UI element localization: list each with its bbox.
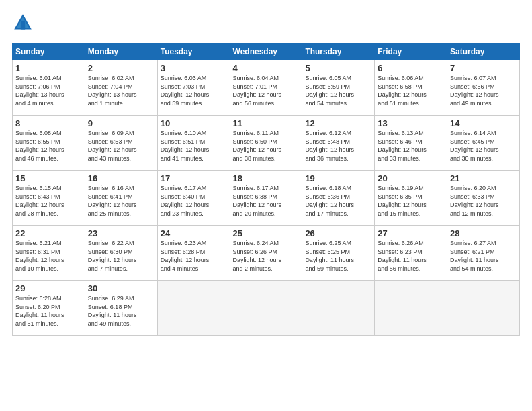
calendar-table: SundayMondayTuesdayWednesdayThursdayFrid… — [12, 43, 520, 336]
day-info: Sunrise: 6:21 AM Sunset: 6:31 PM Dayligh… — [15, 239, 82, 273]
calendar-cell: 7Sunrise: 6:07 AM Sunset: 6:56 PM Daylig… — [447, 60, 520, 116]
day-number: 30 — [88, 283, 154, 293]
calendar-weekday: Saturday — [447, 44, 520, 60]
calendar-cell — [157, 281, 230, 336]
day-number: 6 — [378, 63, 444, 73]
calendar-cell: 11Sunrise: 6:11 AM Sunset: 6:50 PM Dayli… — [230, 116, 302, 171]
day-info: Sunrise: 6:28 AM Sunset: 6:20 PM Dayligh… — [15, 294, 82, 328]
day-info: Sunrise: 6:04 AM Sunset: 7:01 PM Dayligh… — [233, 74, 300, 107]
calendar-cell: 20Sunrise: 6:19 AM Sunset: 6:35 PM Dayli… — [375, 171, 447, 226]
calendar-cell: 29Sunrise: 6:28 AM Sunset: 6:20 PM Dayli… — [13, 281, 85, 336]
day-number: 22 — [15, 228, 82, 238]
calendar-cell: 2Sunrise: 6:02 AM Sunset: 7:04 PM Daylig… — [85, 60, 157, 116]
day-info: Sunrise: 6:11 AM Sunset: 6:50 PM Dayligh… — [233, 129, 300, 163]
day-info: Sunrise: 6:25 AM Sunset: 6:25 PM Dayligh… — [305, 239, 371, 273]
day-info: Sunrise: 6:08 AM Sunset: 6:55 PM Dayligh… — [15, 129, 82, 163]
calendar-weekday: Wednesday — [230, 44, 302, 60]
calendar-cell — [375, 281, 447, 336]
day-number: 7 — [450, 63, 517, 73]
day-info: Sunrise: 6:10 AM Sunset: 6:51 PM Dayligh… — [161, 129, 227, 163]
day-number: 2 — [88, 63, 154, 73]
calendar-cell: 14Sunrise: 6:14 AM Sunset: 6:45 PM Dayli… — [447, 116, 520, 171]
calendar-cell: 17Sunrise: 6:17 AM Sunset: 6:40 PM Dayli… — [157, 171, 230, 226]
calendar-cell: 3Sunrise: 6:03 AM Sunset: 7:03 PM Daylig… — [157, 60, 230, 116]
day-info: Sunrise: 6:24 AM Sunset: 6:26 PM Dayligh… — [233, 239, 300, 273]
calendar-cell: 23Sunrise: 6:22 AM Sunset: 6:30 PM Dayli… — [85, 226, 157, 281]
calendar-cell: 28Sunrise: 6:27 AM Sunset: 6:21 PM Dayli… — [447, 226, 520, 281]
day-number: 27 — [378, 228, 444, 238]
day-number: 9 — [88, 118, 154, 128]
day-number: 25 — [233, 228, 300, 238]
calendar-week-row: 1Sunrise: 6:01 AM Sunset: 7:06 PM Daylig… — [13, 60, 520, 116]
calendar-cell: 9Sunrise: 6:09 AM Sunset: 6:53 PM Daylig… — [85, 116, 157, 171]
calendar-cell — [230, 281, 302, 336]
day-number: 19 — [305, 173, 371, 183]
calendar-week-row: 8Sunrise: 6:08 AM Sunset: 6:55 PM Daylig… — [13, 116, 520, 171]
day-info: Sunrise: 6:26 AM Sunset: 6:23 PM Dayligh… — [378, 239, 444, 273]
day-info: Sunrise: 6:13 AM Sunset: 6:46 PM Dayligh… — [378, 129, 444, 163]
calendar-cell: 25Sunrise: 6:24 AM Sunset: 6:26 PM Dayli… — [230, 226, 302, 281]
calendar-weekday: Monday — [85, 44, 157, 60]
logo-icon — [12, 12, 34, 34]
calendar-cell: 5Sunrise: 6:05 AM Sunset: 6:59 PM Daylig… — [302, 60, 375, 116]
calendar-week-row: 22Sunrise: 6:21 AM Sunset: 6:31 PM Dayli… — [13, 226, 520, 281]
day-info: Sunrise: 6:02 AM Sunset: 7:04 PM Dayligh… — [88, 74, 154, 107]
day-info: Sunrise: 6:07 AM Sunset: 6:56 PM Dayligh… — [450, 74, 517, 107]
calendar-cell: 16Sunrise: 6:16 AM Sunset: 6:41 PM Dayli… — [85, 171, 157, 226]
day-number: 29 — [15, 283, 82, 293]
header — [12, 12, 520, 34]
calendar-cell: 1Sunrise: 6:01 AM Sunset: 7:06 PM Daylig… — [13, 60, 85, 116]
day-number: 4 — [233, 63, 300, 73]
svg-rect-2 — [21, 21, 25, 30]
day-number: 8 — [15, 118, 82, 128]
logo — [12, 12, 38, 34]
day-info: Sunrise: 6:22 AM Sunset: 6:30 PM Dayligh… — [88, 239, 154, 273]
day-info: Sunrise: 6:17 AM Sunset: 6:40 PM Dayligh… — [161, 184, 227, 218]
calendar-cell — [447, 281, 520, 336]
day-number: 15 — [15, 173, 82, 183]
calendar-cell: 21Sunrise: 6:20 AM Sunset: 6:33 PM Dayli… — [447, 171, 520, 226]
day-number: 1 — [15, 63, 82, 73]
day-info: Sunrise: 6:01 AM Sunset: 7:06 PM Dayligh… — [15, 74, 82, 107]
day-number: 3 — [161, 63, 227, 73]
day-number: 28 — [450, 228, 517, 238]
day-number: 20 — [378, 173, 444, 183]
day-number: 24 — [161, 228, 227, 238]
calendar-weekday: Thursday — [302, 44, 375, 60]
calendar-cell: 27Sunrise: 6:26 AM Sunset: 6:23 PM Dayli… — [375, 226, 447, 281]
calendar-cell: 15Sunrise: 6:15 AM Sunset: 6:43 PM Dayli… — [13, 171, 85, 226]
day-info: Sunrise: 6:27 AM Sunset: 6:21 PM Dayligh… — [450, 239, 517, 273]
calendar-cell: 6Sunrise: 6:06 AM Sunset: 6:58 PM Daylig… — [375, 60, 447, 116]
calendar-cell: 13Sunrise: 6:13 AM Sunset: 6:46 PM Dayli… — [375, 116, 447, 171]
calendar-cell: 26Sunrise: 6:25 AM Sunset: 6:25 PM Dayli… — [302, 226, 375, 281]
day-number: 12 — [305, 118, 371, 128]
day-info: Sunrise: 6:19 AM Sunset: 6:35 PM Dayligh… — [378, 184, 444, 218]
calendar-header-row: SundayMondayTuesdayWednesdayThursdayFrid… — [13, 44, 520, 60]
day-number: 11 — [233, 118, 300, 128]
day-number: 5 — [305, 63, 371, 73]
day-info: Sunrise: 6:06 AM Sunset: 6:58 PM Dayligh… — [378, 74, 444, 107]
day-number: 21 — [450, 173, 517, 183]
calendar-cell: 30Sunrise: 6:29 AM Sunset: 6:18 PM Dayli… — [85, 281, 157, 336]
day-info: Sunrise: 6:29 AM Sunset: 6:18 PM Dayligh… — [88, 294, 154, 328]
day-info: Sunrise: 6:03 AM Sunset: 7:03 PM Dayligh… — [161, 74, 227, 107]
day-number: 17 — [161, 173, 227, 183]
calendar-cell: 12Sunrise: 6:12 AM Sunset: 6:48 PM Dayli… — [302, 116, 375, 171]
calendar-week-row: 15Sunrise: 6:15 AM Sunset: 6:43 PM Dayli… — [13, 171, 520, 226]
day-info: Sunrise: 6:05 AM Sunset: 6:59 PM Dayligh… — [305, 74, 371, 107]
calendar-cell: 24Sunrise: 6:23 AM Sunset: 6:28 PM Dayli… — [157, 226, 230, 281]
day-number: 16 — [88, 173, 154, 183]
calendar-cell: 22Sunrise: 6:21 AM Sunset: 6:31 PM Dayli… — [13, 226, 85, 281]
day-info: Sunrise: 6:23 AM Sunset: 6:28 PM Dayligh… — [161, 239, 227, 273]
calendar-cell: 18Sunrise: 6:17 AM Sunset: 6:38 PM Dayli… — [230, 171, 302, 226]
page: SundayMondayTuesdayWednesdayThursdayFrid… — [0, 0, 532, 411]
calendar-cell — [302, 281, 375, 336]
calendar-cell: 8Sunrise: 6:08 AM Sunset: 6:55 PM Daylig… — [13, 116, 85, 171]
day-info: Sunrise: 6:18 AM Sunset: 6:36 PM Dayligh… — [305, 184, 371, 218]
day-number: 14 — [450, 118, 517, 128]
calendar-cell: 4Sunrise: 6:04 AM Sunset: 7:01 PM Daylig… — [230, 60, 302, 116]
calendar-cell: 10Sunrise: 6:10 AM Sunset: 6:51 PM Dayli… — [157, 116, 230, 171]
calendar-weekday: Friday — [375, 44, 447, 60]
day-number: 13 — [378, 118, 444, 128]
calendar-weekday: Sunday — [13, 44, 85, 60]
